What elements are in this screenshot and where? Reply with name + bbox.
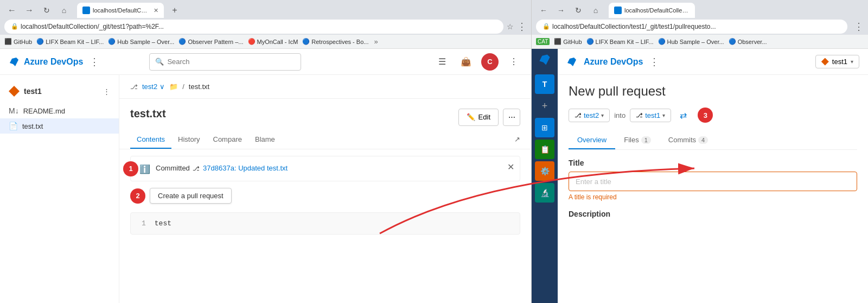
right-ado-logo-icon (566, 56, 577, 67)
pr-branch-row: ⎇ test2 ▾ into ⎇ test1 ▾ ⇄ (569, 108, 857, 123)
home-button[interactable]: ⌂ (56, 3, 72, 18)
project-dots[interactable]: ⋮ (103, 87, 110, 96)
step3-circle: 3 (698, 108, 713, 123)
app-topbar: Azure DevOps ⋮ 🔍 ☰ 👜 C ⋮ (0, 49, 531, 75)
ado-logo-icon (9, 56, 20, 67)
right-nav-test[interactable]: 🔬 (535, 183, 554, 203)
test-icon: 🔬 (540, 188, 550, 197)
bookmark-retros[interactable]: 🔵 Retrospectives - Bo... (302, 38, 368, 45)
right-reload-button[interactable]: ↻ (571, 3, 586, 18)
forward-button[interactable]: → (22, 3, 37, 18)
right-top-dots[interactable]: ⋮ (649, 56, 659, 68)
right-nav-letter-t[interactable]: T (535, 74, 554, 94)
tab-contents[interactable]: Contents (130, 131, 171, 149)
create-pr-label: Create a pull request (158, 192, 224, 200)
branch-chevron: ∨ (159, 83, 165, 91)
project-name: test1 (24, 87, 42, 96)
project-icon (9, 86, 20, 97)
files-tab-badge: 1 (641, 136, 651, 144)
user-avatar[interactable]: C (481, 53, 499, 71)
source-chevron: ▾ (601, 112, 604, 118)
right-bookmark-lifx[interactable]: 🔵 LIFX Beam Kit – LIF... (586, 38, 654, 45)
edit-button[interactable]: ✏️ Edit (458, 109, 499, 126)
bookmark-label: Observer Pattern –... (188, 39, 243, 45)
source-branch-badge[interactable]: ⎇ test2 ▾ (569, 109, 610, 122)
sidebar-item-readme[interactable]: M↓ README.md (0, 103, 119, 118)
back-button[interactable]: ← (4, 3, 20, 18)
commit-link[interactable]: 37d8637a: Updated test.txt (203, 164, 288, 172)
file-tabs: Contents History Compare Blame ↗ (119, 131, 531, 149)
step1-circle: 1 (123, 161, 138, 176)
target-branch-badge[interactable]: ⎇ test1 ▾ (630, 109, 671, 122)
star-icon[interactable]: ☆ (507, 22, 514, 31)
reload-button[interactable]: ↻ (39, 3, 54, 18)
right-forward-button[interactable]: → (553, 3, 569, 18)
bookmark-icon: 🔵 (658, 38, 666, 45)
expand-icon[interactable]: ↗ (514, 131, 520, 149)
right-nav-pipelines[interactable]: ⚙️ (535, 161, 554, 181)
bookmark-icon: ⬛ (554, 38, 561, 45)
tab-compare[interactable]: Compare (207, 131, 248, 149)
right-home-button[interactable]: ⌂ (588, 3, 603, 18)
right-left-nav: T + ⊞ 📋 ⚙️ 🔬 (532, 49, 558, 303)
bookmark-observer[interactable]: 🔵 Observer Pattern –... (178, 38, 243, 45)
right-bookmark-observer[interactable]: 🔵 Observer... (729, 38, 767, 45)
right-url-text: localhost/DefaultCollection/test1/_git/t… (552, 23, 716, 30)
boards-icon: ⊞ (541, 123, 548, 132)
right-nav-boards[interactable]: ⊞ (535, 118, 554, 137)
description-label: Description (569, 210, 857, 218)
tab-blame[interactable]: Blame (248, 131, 282, 149)
step2-circle: 2 (130, 188, 145, 204)
branch-name[interactable]: test2 ∨ (142, 83, 165, 91)
create-pull-request-button[interactable]: Create a pull request (150, 188, 232, 204)
more-bookmarks[interactable]: » (374, 37, 378, 46)
right-more-options[interactable]: ⋮ (854, 21, 864, 33)
sidebar-item-label: README.md (23, 107, 65, 115)
address-bar[interactable]: 🔒 localhost/DefaultCollection/_git/test1… (4, 20, 503, 34)
bag-icon[interactable]: 👜 (457, 53, 475, 71)
right-project-name: test1 (832, 58, 847, 66)
more-menu-icon[interactable]: ⋮ (505, 53, 522, 71)
bookmark-hub[interactable]: 🔵 Hub Sample – Over... (108, 38, 174, 45)
right-address-bar[interactable]: 🔒 localhost/DefaultCollection/test1/_git… (536, 20, 847, 34)
right-bookmark-hub[interactable]: 🔵 Hub Sample – Over... (658, 38, 724, 45)
title-input[interactable] (569, 172, 857, 191)
pr-tab-commits[interactable]: Commits 4 (660, 131, 717, 149)
right-bookmark-cat[interactable]: CAT (536, 38, 550, 45)
bookmark-lifx[interactable]: 🔵 LIFX Beam Kit – LIF... (36, 38, 104, 45)
swap-branches-icon[interactable]: ⇄ (680, 110, 687, 121)
bookmark-icon: 🔴 (248, 38, 256, 45)
browser-tab-active[interactable]: localhost/DefaultCollection/_git/test1?p… (77, 3, 164, 18)
right-tab-label: localhost/DefaultCollection/test1/_git/t… (624, 7, 690, 14)
bookmark-icon: 🔵 (729, 38, 736, 45)
sidebar-item-testtxt[interactable]: 📄 test.txt (0, 118, 119, 134)
notification-close-icon[interactable]: ✕ (507, 162, 514, 172)
source-branch-name: test2 (584, 111, 599, 119)
bookmark-github[interactable]: ⬛ GitHub (4, 38, 32, 45)
search-input[interactable] (167, 58, 295, 66)
right-nav-repos[interactable]: 📋 (535, 140, 554, 159)
more-options-icon[interactable]: ⋮ (517, 21, 527, 33)
commit-notification: 1 ℹ️ Committed ⎇ 37d8637a: Updated test.… (130, 156, 520, 181)
pr-tab-overview[interactable]: Overview (569, 131, 615, 149)
right-bookmark-github[interactable]: ⬛ GitHub (554, 38, 582, 45)
search-box[interactable]: 🔍 (149, 53, 301, 71)
right-nav-plus[interactable]: + (535, 96, 554, 116)
pr-content: New pull request ⎇ test2 ▾ into ⎇ test1 … (558, 75, 868, 303)
pencil-icon: ✏️ (467, 113, 475, 121)
right-back-button[interactable]: ← (536, 3, 551, 18)
breadcrumb: ⎇ test2 ∨ 📁 / test.txt (119, 75, 531, 99)
right-tab-active[interactable]: localhost/DefaultCollection/test1/_git/t… (609, 3, 695, 18)
bookmark-myoncall[interactable]: 🔴 MyOnCall - IcM (248, 38, 298, 45)
title-error: A title is required (569, 193, 857, 201)
pr-tab-files[interactable]: Files 1 (615, 131, 660, 149)
code-view: 1 test (130, 212, 520, 235)
tab-close-icon[interactable]: ✕ (154, 7, 158, 14)
right-project-badge[interactable]: test1 ▾ (815, 55, 859, 68)
new-tab-button[interactable]: + (167, 3, 182, 18)
more-actions-button[interactable]: ⋯ (503, 109, 520, 126)
right-project-chevron: ▾ (851, 59, 853, 65)
top-bar-dots[interactable]: ⋮ (90, 56, 99, 68)
list-icon[interactable]: ☰ (433, 53, 451, 71)
tab-history[interactable]: History (171, 131, 206, 149)
